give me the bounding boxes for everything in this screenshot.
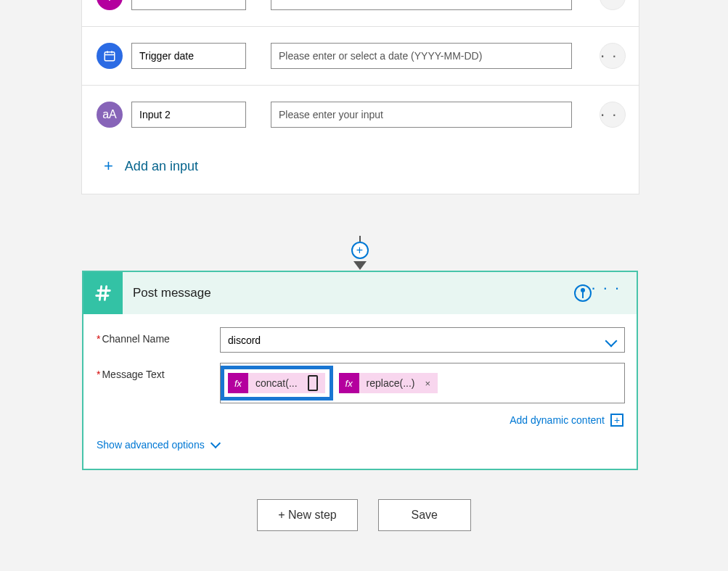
input-value[interactable]: Please enter or select a date (YYYY-MM-D… xyxy=(271,43,572,69)
trigger-card: T · · · Trigger date Please enter or sel… xyxy=(81,0,639,194)
message-text-input[interactable]: fx concat(... fx replace(...) × xyxy=(220,363,625,403)
input-value[interactable]: Please enter your input xyxy=(271,102,572,128)
trigger-row: T · · · xyxy=(82,0,639,27)
trigger-row: aA Input 2 Please enter your input · · · xyxy=(82,86,639,144)
chevron-down-icon xyxy=(605,337,617,344)
add-dynamic-content-link[interactable]: Add dynamic content + xyxy=(510,414,623,427)
row-menu-button[interactable]: · · · xyxy=(600,102,626,128)
show-advanced-options-link[interactable]: Show advanced options xyxy=(97,439,219,451)
text-icon: aA xyxy=(97,102,123,128)
info-icon[interactable] xyxy=(574,284,592,302)
footer-buttons: + New step Save xyxy=(0,499,728,531)
token-label: concat(... xyxy=(255,377,298,389)
channel-name-value: discord xyxy=(228,334,261,346)
action-body: *Channel Name discord *Message Text fx c… xyxy=(83,314,637,469)
input-title[interactable] xyxy=(131,0,246,10)
slack-hash-icon xyxy=(83,272,123,314)
row-menu-button[interactable]: · · · xyxy=(600,43,626,69)
svg-rect-0 xyxy=(105,52,115,61)
message-text-row: *Message Text fx concat(... fx replace(.… xyxy=(97,363,625,403)
action-title: Post message xyxy=(133,286,211,300)
expression-token[interactable]: fx concat(... xyxy=(228,373,325,393)
calendar-icon xyxy=(97,43,123,69)
plus-icon: + xyxy=(104,157,113,176)
fx-icon: fx xyxy=(339,373,359,393)
token-label: replace(...) xyxy=(367,377,415,389)
fx-icon: fx xyxy=(228,373,248,393)
cursor-icon xyxy=(308,375,318,391)
add-input-label: Add an input xyxy=(125,159,198,174)
channel-name-select[interactable]: discord xyxy=(220,327,625,353)
arrow-down-icon xyxy=(353,261,367,270)
tutorial-highlight: fx concat(... xyxy=(221,366,333,400)
input-value[interactable] xyxy=(271,0,572,10)
text-input-icon: T xyxy=(97,0,123,10)
expression-token[interactable]: fx replace(...) × xyxy=(339,373,438,393)
action-header[interactable]: Post message · · · xyxy=(83,272,637,314)
input-title[interactable]: Trigger date xyxy=(131,43,246,69)
input-title[interactable]: Input 2 xyxy=(131,102,246,128)
add-step-inline[interactable]: + xyxy=(351,242,369,259)
trigger-row: Trigger date Please enter or select a da… xyxy=(82,27,639,86)
message-text-label: *Message Text xyxy=(97,363,220,380)
channel-name-row: *Channel Name discord xyxy=(97,327,625,353)
new-step-button[interactable]: + New step xyxy=(257,499,357,531)
chevron-down-icon xyxy=(210,438,221,448)
action-card: Post message · · · *Channel Name discord… xyxy=(82,271,638,470)
save-button[interactable]: Save xyxy=(378,499,471,531)
row-menu-button[interactable]: · · · xyxy=(600,0,626,10)
flow-connector: + xyxy=(359,236,360,271)
add-input-button[interactable]: + Add an input xyxy=(82,144,639,176)
plus-box-icon: + xyxy=(610,414,623,427)
token-remove[interactable]: × xyxy=(422,378,431,389)
channel-name-label: *Channel Name xyxy=(97,327,220,345)
